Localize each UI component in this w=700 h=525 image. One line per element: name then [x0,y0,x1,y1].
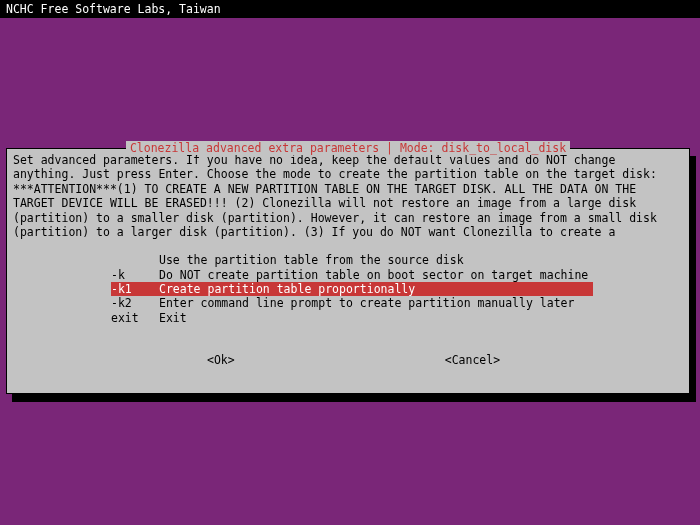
cancel-button[interactable]: <Cancel> [445,353,500,367]
option-desc: Do NOT create partition table on boot se… [159,268,588,282]
option-flag: exit [111,311,159,325]
option-desc: Enter command line prompt to create part… [159,296,574,310]
option-desc: Use the partition table from the source … [159,253,464,267]
desktop-background: Clonezilla advanced extra parameters | M… [0,18,700,525]
option-desc: Exit [159,311,187,325]
option-row-selected[interactable]: -k1 Create partition table proportionall… [111,282,593,296]
top-bar-title: NCHC Free Software Labs, Taiwan [6,2,221,16]
option-row[interactable]: Use the partition table from the source … [111,253,683,267]
ok-button[interactable]: <Ok> [207,353,235,367]
option-flag: -k2 [111,296,159,310]
option-row[interactable]: exit Exit [111,311,683,325]
option-row[interactable]: -k2 Enter command line prompt to create … [111,296,683,310]
option-row[interactable]: -k Do NOT create partition table on boot… [111,268,683,282]
dialog-buttons: <Ok> <Cancel> [13,353,683,367]
options-list: Use the partition table from the source … [111,253,683,325]
option-flag: -k1 [111,282,159,296]
dialog-box: Clonezilla advanced extra parameters | M… [6,148,690,394]
dialog-title-wrap: Clonezilla advanced extra parameters | M… [13,141,683,145]
dialog-body-text: Set advanced parameters. If you have no … [13,153,683,239]
top-bar: NCHC Free Software Labs, Taiwan [0,0,700,18]
dialog-title: Clonezilla advanced extra parameters | M… [126,141,570,155]
option-flag [111,253,159,267]
option-desc: Create partition table proportionally [159,282,415,296]
option-flag: -k [111,268,159,282]
